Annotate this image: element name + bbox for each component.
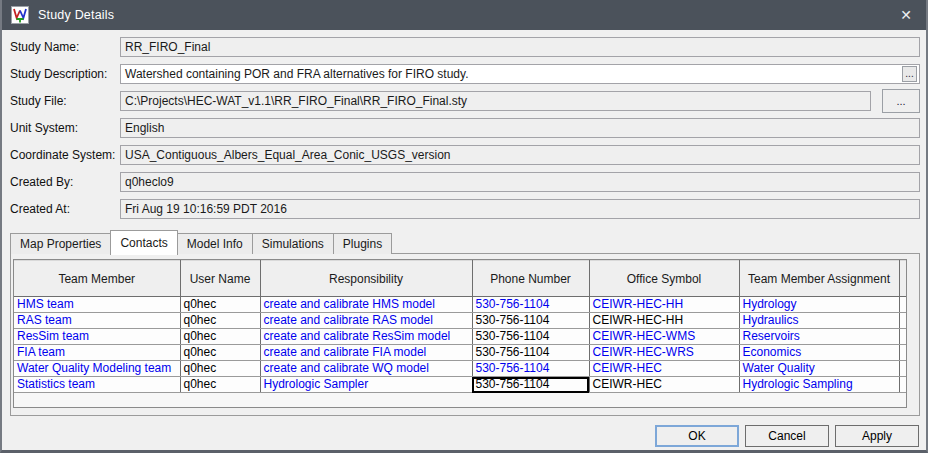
field-label: Study File: <box>10 94 120 108</box>
study-details-dialog: Study Details ✕ Study Name:RR_FIRO_Final… <box>0 0 928 453</box>
tab-plugins[interactable]: Plugins <box>333 233 392 254</box>
table-cell[interactable]: CEIWR-HEC <box>589 377 739 393</box>
table-row: Statistics teamq0hecHydrologic Sampler53… <box>14 377 907 393</box>
ok-button[interactable]: OK <box>655 425 739 447</box>
field-label: Created At: <box>10 202 120 216</box>
table-row: Water Quality Modeling teamq0heccreate a… <box>14 361 907 377</box>
field-created-at[interactable]: Fri Aug 19 10:16:59 PDT 2016 <box>120 199 920 219</box>
form-row: Created At:Fri Aug 19 10:16:59 PDT 2016 <box>10 199 920 219</box>
table-cell[interactable]: 530-756-1104 <box>472 377 589 393</box>
table-cell[interactable]: q0hec <box>180 329 260 345</box>
table-cell[interactable]: Statistics team <box>14 377 180 393</box>
browse-button[interactable]: ... <box>882 89 920 113</box>
table-cell[interactable]: RAS team <box>14 313 180 329</box>
form-row: Study Name:RR_FIRO_Final <box>10 37 920 57</box>
field-label: Study Description: <box>10 67 120 81</box>
field-coordinate-system[interactable]: USA_Contiguous_Albers_Equal_Area_Conic_U… <box>120 145 920 165</box>
table-cell[interactable]: 530-756-1104 <box>472 329 589 345</box>
table-cell[interactable]: 530-756-1104 <box>472 297 589 313</box>
field-with-button: C:\Projects\HEC-WAT_v1.1\RR_FIRO_Final\R… <box>120 89 920 113</box>
tab-simulations[interactable]: Simulations <box>252 233 334 254</box>
table-cell[interactable] <box>899 361 907 377</box>
table-cell[interactable]: Water Quality <box>739 361 899 377</box>
table-row: HMS teamq0heccreate and calibrate HMS mo… <box>14 297 907 313</box>
table-cell[interactable]: 530-756-1104 <box>472 313 589 329</box>
tab-bar: Map PropertiesContactsModel InfoSimulati… <box>10 229 920 254</box>
table-cell[interactable]: create and calibrate FIA model <box>260 345 472 361</box>
table-cell[interactable]: q0hec <box>180 297 260 313</box>
table-cell[interactable]: Hydrologic Sampler <box>260 377 472 393</box>
column-header[interactable]: User Name <box>180 261 260 297</box>
form-row: Study Description:Watershed containing P… <box>10 64 920 84</box>
table-cell[interactable]: HMS team <box>14 297 180 313</box>
table-cell[interactable]: FIA team <box>14 345 180 361</box>
column-header[interactable] <box>899 261 907 297</box>
table-cell[interactable]: CEIWR-HEC-WMS <box>589 329 739 345</box>
table-cell[interactable]: q0hec <box>180 377 260 393</box>
table-cell[interactable]: CEIWR-HEC-HH <box>589 313 739 329</box>
form-row: Coordinate System:USA_Contiguous_Albers_… <box>10 145 920 165</box>
contacts-tab-panel: Team MemberUser NameResponsibilityPhone … <box>10 253 920 416</box>
table-cell[interactable]: create and calibrate RAS model <box>260 313 472 329</box>
field-study-file[interactable]: C:\Projects\HEC-WAT_v1.1\RR_FIRO_Final\R… <box>120 91 871 111</box>
table-cell[interactable]: Hydrologic Sampling <box>739 377 899 393</box>
table-cell[interactable] <box>899 377 907 393</box>
table-cell[interactable]: create and calibrate HMS model <box>260 297 472 313</box>
table-row: FIA teamq0heccreate and calibrate FIA mo… <box>14 345 907 361</box>
table-cell[interactable]: Hydrology <box>739 297 899 313</box>
tab-model-info[interactable]: Model Info <box>177 233 253 254</box>
table-cell[interactable]: Reservoirs <box>739 329 899 345</box>
cancel-button[interactable]: Cancel <box>745 425 829 447</box>
column-header[interactable]: Office Symbol <box>589 261 739 297</box>
table-cell[interactable] <box>899 345 907 361</box>
column-header[interactable]: Responsibility <box>260 261 472 297</box>
table-cell[interactable]: Water Quality Modeling team <box>14 361 180 377</box>
field-label: Coordinate System: <box>10 148 120 162</box>
table-header-row: Team MemberUser NameResponsibilityPhone … <box>14 261 907 297</box>
table-cell[interactable]: q0hec <box>180 361 260 377</box>
table-cell[interactable]: 530-756-1104 <box>472 345 589 361</box>
table-cell[interactable] <box>899 313 907 329</box>
field-study-name[interactable]: RR_FIRO_Final <box>120 37 920 57</box>
column-header[interactable]: Phone Number <box>472 261 589 297</box>
window-title: Study Details <box>38 8 886 22</box>
column-header[interactable]: Team Member Assignment <box>739 261 899 297</box>
field-label: Created By: <box>10 175 120 189</box>
form-row: Created By:q0heclo9 <box>10 172 920 192</box>
field-created-by[interactable]: q0heclo9 <box>120 172 920 192</box>
field-label: Study Name: <box>10 40 120 54</box>
table-row: RAS teamq0heccreate and calibrate RAS mo… <box>14 313 907 329</box>
table-row: ResSim teamq0heccreate and calibrate Res… <box>14 329 907 345</box>
study-form: Study Name:RR_FIRO_FinalStudy Descriptio… <box>10 37 920 226</box>
button-bar: OKCancelApply <box>10 425 920 447</box>
table-cell[interactable]: CEIWR-HEC-WRS <box>589 345 739 361</box>
contacts-table-scrollpane: Team MemberUser NameResponsibilityPhone … <box>13 259 907 408</box>
ellipsis-button[interactable]: ... <box>902 66 917 82</box>
table-cell[interactable] <box>899 297 907 313</box>
field-label: Unit System: <box>10 121 120 135</box>
apply-button[interactable]: Apply <box>835 425 919 447</box>
title-bar: Study Details ✕ <box>2 0 926 30</box>
hec-wat-app-icon <box>11 6 29 24</box>
table-cell[interactable]: q0hec <box>180 345 260 361</box>
table-cell[interactable]: create and calibrate WQ model <box>260 361 472 377</box>
table-cell[interactable]: 530-756-1104 <box>472 361 589 377</box>
tab-map-properties[interactable]: Map Properties <box>10 233 111 254</box>
table-cell[interactable]: CEIWR-HEC-HH <box>589 297 739 313</box>
form-row: Study File:C:\Projects\HEC-WAT_v1.1\RR_F… <box>10 91 920 111</box>
column-header[interactable]: Team Member <box>14 261 180 297</box>
table-cell[interactable]: Hydraulics <box>739 313 899 329</box>
dialog-content: Study Name:RR_FIRO_FinalStudy Descriptio… <box>2 30 926 452</box>
table-cell[interactable]: create and calibrate ResSim model <box>260 329 472 345</box>
close-icon[interactable]: ✕ <box>895 7 917 23</box>
table-cell[interactable]: Economics <box>739 345 899 361</box>
form-row: Unit System:English <box>10 118 920 138</box>
table-cell[interactable]: q0hec <box>180 313 260 329</box>
field-study-description[interactable]: Watershed containing POR and FRA alterna… <box>120 64 920 84</box>
field-unit-system[interactable]: English <box>120 118 920 138</box>
tab-contacts[interactable]: Contacts <box>110 230 177 255</box>
table-cell[interactable]: CEIWR-HEC <box>589 361 739 377</box>
table-cell[interactable]: ResSim team <box>14 329 180 345</box>
contacts-table: Team MemberUser NameResponsibilityPhone … <box>14 260 907 393</box>
table-cell[interactable] <box>899 329 907 345</box>
